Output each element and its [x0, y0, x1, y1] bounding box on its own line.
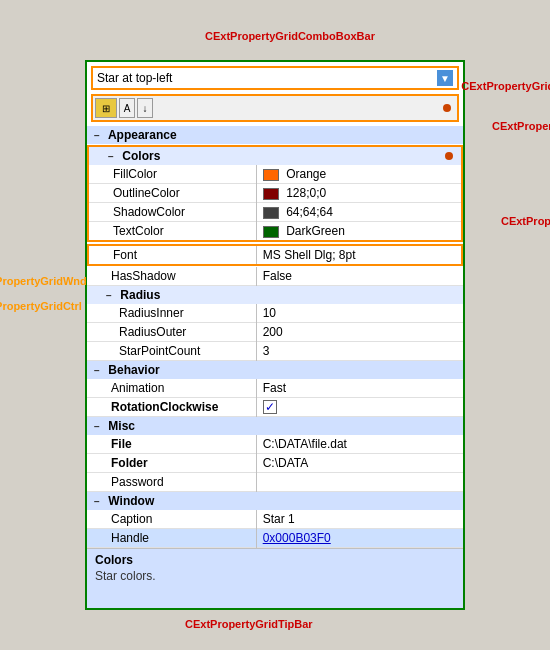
label-ctrl: CExtPropertyGridCtrl — [0, 300, 82, 312]
category-behavior[interactable]: − Behavior — [87, 361, 463, 380]
property-textcolor[interactable]: TextColor DarkGreen — [88, 222, 462, 242]
property-caption[interactable]: Caption Star 1 — [87, 510, 463, 529]
category-label: Appearance — [108, 128, 177, 142]
label-tipbar: CExtPropertyGridTipBar — [185, 618, 313, 630]
property-folder[interactable]: Folder C:\DATA — [87, 454, 463, 473]
subcategory-colors[interactable]: − Colors — [88, 146, 462, 165]
property-rotationclockwise[interactable]: RotationClockwise ✓ — [87, 398, 463, 417]
prop-value-radiusinner[interactable]: 10 — [256, 304, 463, 323]
checkbox-rotation[interactable]: ✓ — [263, 400, 277, 414]
property-animation[interactable]: Animation Fast — [87, 379, 463, 398]
prop-name-starpointcount: StarPointCount — [87, 342, 256, 361]
property-fillcolor[interactable]: FillColor Orange — [88, 165, 462, 184]
property-hasshadow[interactable]: HasShadow False — [87, 267, 463, 286]
prop-name-fillcolor: FillColor — [88, 165, 256, 184]
prop-value-font[interactable]: MS Shell Dlg; 8pt — [256, 245, 462, 265]
prop-value-fillcolor[interactable]: Orange — [256, 165, 462, 184]
prop-name-animation: Animation — [87, 379, 256, 398]
prop-name-shadowcolor: ShadowColor — [88, 203, 256, 222]
prop-value-folder[interactable]: C:\DATA — [256, 454, 463, 473]
property-handle[interactable]: Handle 0x000B03F0 — [87, 529, 463, 548]
category-toggle[interactable]: − — [91, 130, 103, 141]
property-file[interactable]: File C:\DATA\file.dat — [87, 435, 463, 454]
window-label: Window — [108, 494, 154, 508]
toolbar: ⊞ A ↓ — [91, 94, 459, 122]
prop-value-radiusouter[interactable]: 200 — [256, 323, 463, 342]
property-outlinecolor[interactable]: OutlineColor 128;0;0 — [88, 184, 462, 203]
prop-value-text: DarkGreen — [286, 224, 345, 238]
prop-value-text: 64;64;64 — [286, 205, 333, 219]
prop-name-outlinecolor: OutlineColor — [88, 184, 256, 203]
prop-name-hasshadow: HasShadow — [87, 267, 256, 286]
toolbar-sort-alpha-btn[interactable]: A — [119, 98, 135, 118]
prop-value-text: Orange — [286, 167, 326, 181]
color-swatch-outline — [263, 188, 279, 200]
property-radiusouter[interactable]: RadiusOuter 200 — [87, 323, 463, 342]
subcategory-label: Colors — [122, 149, 160, 163]
prop-name-folder: Folder — [87, 454, 256, 473]
prop-value-caption[interactable]: Star 1 — [256, 510, 463, 529]
subcategory-colors-row[interactable]: − Colors FillColor Orange — [87, 144, 463, 243]
radius-toggle[interactable]: − — [103, 290, 115, 301]
handle-link[interactable]: 0x000B03F0 — [263, 531, 331, 545]
property-radiusinner[interactable]: RadiusInner 10 — [87, 304, 463, 323]
prop-name-radiusinner: RadiusInner — [87, 304, 256, 323]
property-password[interactable]: Password — [87, 473, 463, 492]
property-font[interactable]: Font MS Shell Dlg; 8pt — [88, 245, 462, 265]
label-toolbar: CExtPropertyGridToolBar — [461, 80, 550, 92]
prop-name-handle: Handle — [87, 529, 256, 548]
label-wnd: CExtPropertyGridWnd — [0, 275, 87, 287]
color-swatch-fill — [263, 169, 279, 181]
toolbar-grid-btn[interactable]: ⊞ — [95, 98, 117, 118]
prop-value-text: 128;0;0 — [286, 186, 326, 200]
combobox-bar[interactable]: Star at top-left ▼ — [91, 66, 459, 90]
category-window[interactable]: − Window — [87, 492, 463, 511]
label-value: CExtPropertyValue — [501, 215, 550, 227]
color-swatch-shadow — [263, 207, 279, 219]
tip-title: Colors — [95, 553, 455, 567]
toolbar-sort-down-btn[interactable]: ↓ — [137, 98, 153, 118]
prop-name-caption: Caption — [87, 510, 256, 529]
tip-description: Star colors. — [95, 569, 455, 583]
prop-value-file[interactable]: C:\DATA\file.dat — [256, 435, 463, 454]
prop-value-textcolor[interactable]: DarkGreen — [256, 222, 462, 242]
prop-name-textcolor: TextColor — [88, 222, 256, 242]
toolbar-indicator — [443, 104, 451, 112]
prop-name-rotation: RotationClockwise — [87, 398, 256, 417]
combobox-value: Star at top-left — [97, 71, 437, 85]
window-toggle[interactable]: − — [91, 496, 103, 507]
prop-value-starpointcount[interactable]: 3 — [256, 342, 463, 361]
tip-bar: Colors Star colors. — [87, 548, 463, 608]
property-shadowcolor[interactable]: ShadowColor 64;64;64 — [88, 203, 462, 222]
property-grid-container: CExtPropertyGridComboBoxBar CExtProperty… — [85, 60, 465, 610]
label-comboboxbar: CExtPropertyGridComboBoxBar — [205, 30, 375, 42]
prop-name-font: Font — [88, 245, 256, 265]
prop-name-file: File — [87, 435, 256, 454]
property-starpointcount[interactable]: StarPointCount 3 — [87, 342, 463, 361]
prop-value-outlinecolor[interactable]: 128;0;0 — [256, 184, 462, 203]
prop-value-hasshadow[interactable]: False — [256, 267, 463, 286]
category-misc[interactable]: − Misc — [87, 417, 463, 436]
subcategory-radius[interactable]: − Radius — [87, 286, 463, 305]
misc-toggle[interactable]: − — [91, 421, 103, 432]
misc-label: Misc — [108, 419, 135, 433]
property-table: − Appearance − Colors — [87, 126, 463, 548]
prop-value-animation[interactable]: Fast — [256, 379, 463, 398]
prop-value-shadowcolor[interactable]: 64;64;64 — [256, 203, 462, 222]
combobox-arrow-btn[interactable]: ▼ — [437, 70, 453, 86]
subcategory-toggle[interactable]: − — [105, 151, 117, 162]
category-appearance[interactable]: − Appearance — [87, 126, 463, 144]
behavior-toggle[interactable]: − — [91, 365, 103, 376]
property-font-row[interactable]: Font MS Shell Dlg; 8pt — [87, 243, 463, 267]
behavior-label: Behavior — [108, 363, 159, 377]
prop-value-rotation[interactable]: ✓ — [256, 398, 463, 417]
prop-value-password[interactable] — [256, 473, 463, 492]
color-swatch-text — [263, 226, 279, 238]
radius-label: Radius — [120, 288, 160, 302]
prop-name-password: Password — [87, 473, 256, 492]
prop-name-radiusouter: RadiusOuter — [87, 323, 256, 342]
prop-value-handle[interactable]: 0x000B03F0 — [256, 529, 463, 548]
label-category: CExtPropertyCategory — [492, 120, 550, 132]
main-panel: Star at top-left ▼ ⊞ A ↓ − Appearance — [85, 60, 465, 610]
